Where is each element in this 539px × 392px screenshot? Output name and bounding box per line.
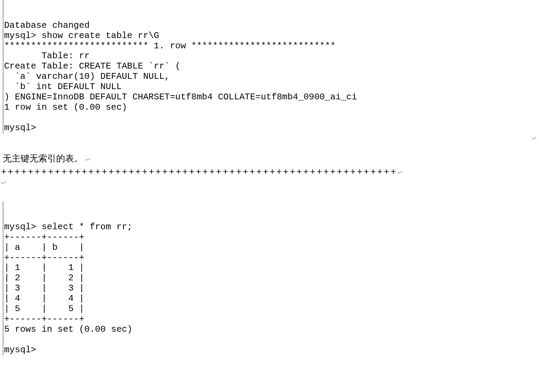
terminal-line: mysql> [4,123,36,133]
terminal-line: *************************** 1. row *****… [4,41,335,51]
terminal-line: | 2 | 2 | [4,273,84,283]
plus-separator-row: ++++++++++++++++++++++++++++++++++++++++… [1,167,539,177]
terminal-line: Create Table: CREATE TABLE `rr` ( [4,61,181,71]
terminal-line: `a` varchar(10) DEFAULT NULL, [4,71,170,82]
terminal-line: mysql> [4,345,36,355]
narrative-text: 无主键无索引的表。 [3,153,83,163]
terminal-line: +------+------+ [4,314,84,324]
terminal-line: 5 rows in set (0.00 sec) [4,324,132,334]
terminal-line: +------+------+ [4,253,84,263]
return-arrow-icon: ↵ [532,134,536,142]
return-arrow-icon: ↵ [85,155,90,163]
blank-return-row: ↵ [1,177,539,188]
terminal-line: ) ENGINE=InnoDB DEFAULT CHARSET=utf8mb4 … [4,92,357,102]
terminal-block-1: Database changed mysql> show create tabl… [3,0,539,133]
terminal-line: Table: rr [4,51,90,61]
terminal-line: +------+------+ [4,232,84,242]
terminal-line: | 4 | 4 | [4,293,84,304]
return-arrow-icon: ↵ [397,168,403,176]
return-arrow-icon: ↵ [1,178,5,187]
terminal-line: mysql> select * from rr; [4,222,132,232]
terminal-line: | 5 | 5 | [4,304,84,314]
terminal-line: | a | b | [4,242,84,253]
terminal-line: | 3 | 3 | [4,283,84,293]
terminal-line: | 1 | 1 | [4,262,84,273]
terminal-line: 1 row in set (0.00 sec) [4,102,127,112]
terminal-line: Database changed [4,20,90,30]
terminal-line: `b` int DEFAULT NULL [4,82,122,92]
narrative-text-row: 无主键无索引的表。 ↵ [3,154,539,164]
plus-separator: ++++++++++++++++++++++++++++++++++++++++… [1,167,397,177]
terminal-line: mysql> show create table rr\G [4,30,159,41]
terminal-block-2: mysql> select * from rr; +------+------+… [3,201,539,355]
paragraph-return-row: ↵ [0,133,539,144]
